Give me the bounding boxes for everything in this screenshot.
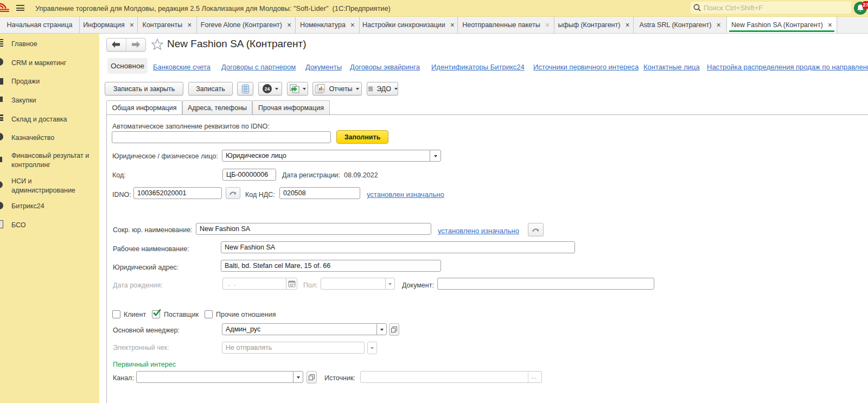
svg-text:24: 24 — [264, 86, 270, 92]
svg-text:27: 27 — [863, 2, 868, 8]
